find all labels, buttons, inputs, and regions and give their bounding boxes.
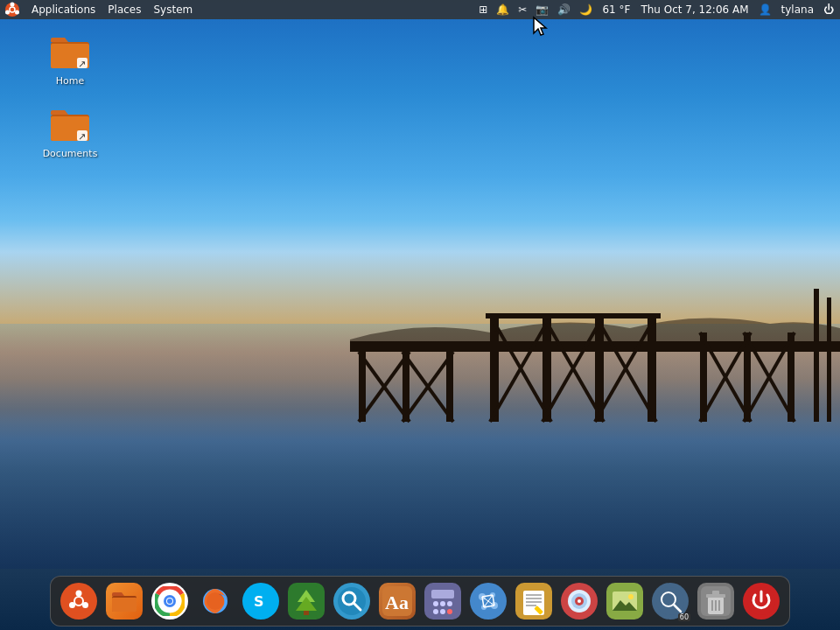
- dock-dictionary[interactable]: Aa: [376, 580, 418, 622]
- svg-point-73: [447, 609, 452, 614]
- svg-rect-47: [112, 598, 136, 612]
- dock-ubuntu-button[interactable]: [58, 580, 100, 622]
- dock-search[interactable]: [331, 580, 373, 622]
- svg-rect-107: [712, 591, 719, 595]
- svg-point-52: [167, 598, 172, 604]
- svg-rect-26: [814, 289, 819, 422]
- svg-text:Aa: Aa: [385, 592, 409, 613]
- datetime: Thu Oct 7, 12:06 AM: [637, 2, 752, 18]
- svg-point-72: [440, 609, 445, 614]
- svg-point-68: [433, 601, 438, 606]
- svg-point-99: [628, 594, 634, 599]
- svg-rect-60: [304, 611, 309, 615]
- dock: S: [50, 576, 790, 626]
- svg-text:S: S: [254, 593, 264, 610]
- dock-disk[interactable]: [558, 580, 600, 622]
- dock-zoom[interactable]: 60: [649, 580, 691, 622]
- menubar-left: Applications Places System: [4, 1, 198, 18]
- svg-rect-27: [827, 298, 831, 422]
- dock-skype[interactable]: S: [240, 580, 282, 622]
- moon-icon[interactable]: 🌙: [577, 2, 595, 18]
- zoom-badge: 60: [678, 613, 690, 621]
- dock-firefox[interactable]: [194, 580, 236, 622]
- svg-point-70: [447, 601, 452, 606]
- dock-tree[interactable]: [285, 580, 327, 622]
- home-folder-label: Home: [56, 75, 84, 87]
- svg-point-42: [76, 591, 82, 597]
- menu-system[interactable]: System: [148, 2, 198, 18]
- dock-calculator[interactable]: [422, 580, 464, 622]
- menu-places[interactable]: Places: [102, 2, 146, 18]
- screenshot-icon[interactable]: 📷: [533, 2, 551, 18]
- svg-point-69: [440, 601, 445, 606]
- svg-text:↗: ↗: [78, 131, 86, 143]
- dock-photo-editor[interactable]: [604, 580, 646, 622]
- svg-point-29: [10, 3, 15, 7]
- svg-point-30: [15, 10, 19, 15]
- user-avatar[interactable]: 👤: [756, 2, 774, 18]
- menubar-right: ⊞ 🔔 ✂ 📷 🔊 🌙 61 °F Thu Oct 7, 12:06 AM 👤 …: [476, 2, 836, 18]
- ubuntu-logo[interactable]: [4, 1, 21, 18]
- desktop: Applications Places System ⊞ 🔔 ✂ 📷 🔊 🌙 6…: [0, 0, 840, 630]
- dock-files[interactable]: [103, 580, 145, 622]
- dock-power[interactable]: [740, 580, 782, 622]
- volume-icon[interactable]: 🔊: [555, 2, 573, 18]
- menu-applications[interactable]: Applications: [26, 2, 101, 18]
- dock-text-editor[interactable]: [513, 580, 555, 622]
- documents-folder-icon[interactable]: ↗ Documents: [35, 99, 105, 163]
- menubar: Applications Places System ⊞ 🔔 ✂ 📷 🔊 🌙 6…: [0, 0, 840, 19]
- dock-network[interactable]: [467, 580, 509, 622]
- svg-point-71: [433, 609, 438, 614]
- power-icon[interactable]: ⏻: [821, 2, 836, 18]
- cursor: [532, 16, 550, 40]
- svg-point-96: [578, 599, 581, 603]
- desktop-icons: ↗ Home ↗ Documents: [35, 26, 105, 163]
- documents-folder-label: Documents: [43, 148, 98, 159]
- svg-point-61: [338, 587, 366, 615]
- svg-text:↗: ↗: [78, 59, 86, 70]
- weather-temp: 61 °F: [598, 2, 634, 18]
- window-picker-icon[interactable]: ⊞: [476, 2, 490, 18]
- svg-point-31: [5, 10, 10, 15]
- dock-trash[interactable]: [695, 580, 737, 622]
- svg-rect-18: [486, 313, 661, 318]
- notification-icon[interactable]: 🔔: [494, 2, 512, 18]
- home-folder-icon[interactable]: ↗ Home: [35, 26, 105, 90]
- username: tylana: [778, 2, 817, 18]
- dock-chromium[interactable]: [149, 580, 191, 622]
- scissors-icon[interactable]: ✂: [515, 2, 529, 18]
- svg-rect-67: [431, 590, 454, 598]
- pier-silhouette: [350, 289, 840, 464]
